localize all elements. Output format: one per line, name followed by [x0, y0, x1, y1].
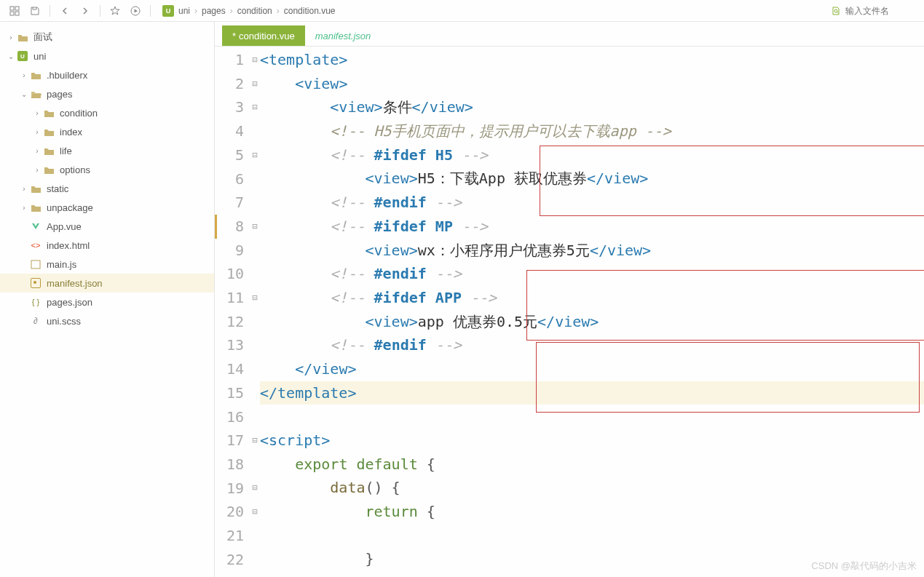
file-search[interactable]	[831, 6, 918, 16]
code-line[interactable]: <view>wx：小程序用户优惠券5元</view>	[260, 239, 924, 263]
fold-marker[interactable]: ⊟	[250, 429, 260, 453]
code-line[interactable]: <view>	[260, 72, 924, 96]
tree-item-label: index.html	[47, 240, 90, 251]
tree-item-label: uni	[33, 51, 46, 62]
code-line[interactable]: <!-- #endif -->	[260, 191, 924, 215]
line-number: 13	[215, 333, 244, 357]
code-line[interactable]: export default {	[260, 453, 924, 477]
tree-item-uni-scss[interactable]: ∂uni.scss	[0, 311, 214, 330]
tab-manifest-json[interactable]: manifest.json	[305, 25, 382, 46]
line-number: 11	[215, 286, 244, 310]
code-line[interactable]: <!-- #ifdef H5 -->	[260, 143, 924, 167]
fold-marker[interactable]: ⊟	[250, 215, 260, 239]
folder-icon	[42, 163, 55, 176]
breadcrumb-item[interactable]: condition.vue	[284, 6, 336, 16]
fold-column[interactable]: ⊟⊟⊟⊟⊟⊟⊟⊟⊟	[250, 47, 260, 577]
svg-rect-0	[10, 7, 14, 10]
search-input[interactable]	[845, 6, 918, 16]
tree-item-index[interactable]: ›index	[0, 122, 214, 141]
tree-item-manifest-json[interactable]: manifest.json	[0, 274, 214, 293]
chevron-right-icon[interactable]: ›	[32, 166, 42, 174]
code-line[interactable]: <!-- #endif -->	[260, 262, 924, 286]
grid-icon[interactable]	[6, 2, 23, 20]
tree-item-condition[interactable]: ›condition	[0, 103, 214, 122]
tab-condition-vue[interactable]: *condition.vue	[222, 25, 305, 46]
fold-marker	[250, 381, 260, 405]
fold-marker[interactable]: ⊟	[250, 476, 260, 500]
folder-icon	[42, 125, 55, 138]
tree-item-label: index	[60, 127, 82, 138]
code-line[interactable]	[260, 405, 924, 429]
chevron-right-icon[interactable]: ›	[6, 33, 16, 41]
line-number: 8	[215, 215, 244, 239]
file-explorer[interactable]: ›面试⌄Uuni›.hbuilderx⌄pages›condition›inde…	[0, 22, 215, 577]
fold-marker[interactable]: ⊟	[250, 95, 260, 119]
fold-marker[interactable]: ⊟	[250, 48, 260, 72]
code-editor[interactable]: 12345678910111213141516171819202122 ⊟⊟⊟⊟…	[215, 47, 924, 577]
line-number: 14	[215, 357, 244, 381]
forward-icon[interactable]	[76, 2, 94, 20]
code-line[interactable]: <!-- #ifdef APP -->	[260, 286, 924, 310]
code-line[interactable]: <!-- #endif -->	[260, 333, 924, 357]
tree-item-life[interactable]: ›life	[0, 141, 214, 160]
code-line[interactable]: return {	[260, 500, 924, 524]
code-line[interactable]: <!-- #ifdef MP -->	[260, 215, 924, 239]
code-line[interactable]: <!-- H5手机页面中，提示用户可以去下载app -->	[260, 119, 924, 143]
tree-item-面试[interactable]: ›面试	[0, 28, 214, 47]
line-number: 18	[215, 453, 244, 477]
tree-item-uni[interactable]: ⌄Uuni	[0, 47, 214, 65]
tree-item-pages[interactable]: ⌄pages	[0, 84, 214, 103]
fold-marker[interactable]: ⊟	[250, 500, 260, 524]
save-icon[interactable]	[26, 2, 44, 20]
fold-marker	[250, 405, 260, 429]
star-icon[interactable]	[106, 2, 124, 20]
tree-item--hbuilderx[interactable]: ›.hbuilderx	[0, 65, 214, 84]
change-marker	[215, 215, 217, 239]
tree-item-pages-json[interactable]: { }pages.json	[0, 293, 214, 311]
chevron-right-icon[interactable]: ›	[32, 128, 42, 136]
svg-rect-3	[15, 12, 19, 15]
chevron-right-icon[interactable]: ›	[19, 71, 29, 79]
code-line[interactable]: <view>H5：下载App 获取优惠券</view>	[260, 167, 924, 191]
tree-item-label: main.js	[47, 259, 76, 270]
fold-marker[interactable]: ⊟	[250, 72, 260, 96]
code-line[interactable]: <view>app 优惠券0.5元</view>	[260, 310, 924, 334]
tree-item-unpackage[interactable]: ›unpackage	[0, 198, 214, 217]
line-number: 4	[215, 119, 244, 143]
tree-item-main-js[interactable]: main.js	[0, 255, 214, 274]
vue-file-icon	[29, 220, 42, 233]
code-line[interactable]: data() {	[260, 476, 924, 500]
fold-marker[interactable]: ⊟	[250, 286, 260, 310]
tree-item-index-html[interactable]: <>index.html	[0, 236, 214, 255]
editor-tabs: *condition.vuemanifest.json	[215, 22, 924, 47]
code-line[interactable]: </template>	[260, 381, 924, 405]
code-content[interactable]: <template> <view> <view>条件</view> <!-- H…	[260, 47, 924, 577]
chevron-down-icon[interactable]: ⌄	[19, 90, 29, 98]
breadcrumb-item[interactable]: uni	[178, 6, 190, 16]
chevron-down-icon[interactable]: ⌄	[6, 52, 16, 60]
separator	[150, 5, 151, 17]
tree-item-static[interactable]: ›static	[0, 179, 214, 198]
back-icon[interactable]	[56, 2, 74, 20]
chevron-right-icon[interactable]: ›	[32, 147, 42, 155]
code-line[interactable]: <template>	[260, 48, 924, 72]
chevron-right-icon[interactable]: ›	[19, 204, 29, 212]
fold-marker[interactable]: ⊟	[250, 143, 260, 167]
breadcrumb-item[interactable]: condition	[237, 6, 272, 16]
code-line[interactable]: </view>	[260, 357, 924, 381]
tree-item-options[interactable]: ›options	[0, 160, 214, 179]
tree-item-label: unpackage	[47, 202, 93, 213]
code-line[interactable]	[260, 524, 924, 548]
separator	[50, 5, 50, 17]
tree-item-App-vue[interactable]: App.vue	[0, 217, 214, 236]
chevron-right-icon: ›	[230, 6, 233, 16]
breadcrumb-item[interactable]: pages	[202, 6, 226, 16]
code-line[interactable]: <view>条件</view>	[260, 95, 924, 119]
chevron-right-icon[interactable]: ›	[32, 109, 42, 117]
fold-marker	[250, 547, 260, 571]
tree-item-label: static	[47, 183, 68, 194]
code-line[interactable]: <script>	[260, 429, 924, 453]
run-icon[interactable]	[127, 2, 144, 20]
chevron-right-icon[interactable]: ›	[19, 185, 29, 193]
manifest-file-icon	[29, 276, 42, 290]
